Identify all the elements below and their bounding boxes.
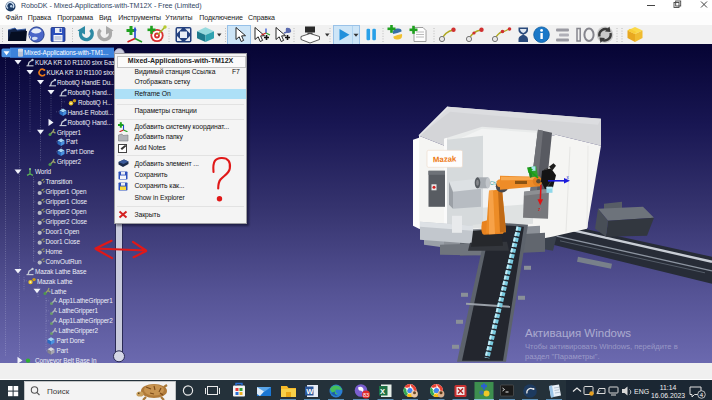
svg-text:W: W [306,386,314,395]
svg-text:ConvOutRun: ConvOutRun [46,258,82,265]
svg-text:RobotiQ Hand...: RobotiQ Hand... [68,89,113,97]
svg-text:Gripper2: Gripper2 [57,159,82,167]
svg-text:Mixed-Applications-with-TM1...: Mixed-Applications-with-TM1... [24,49,109,57]
svg-text:LatheGripper2: LatheGripper2 [59,327,99,335]
svg-text:11:14: 11:14 [660,383,677,390]
svg-text:Hand-E Roboti...: Hand-E Roboti... [68,109,114,116]
svg-text:RobotiQ HandE Du...: RobotiQ HandE Du... [57,79,115,87]
svg-text:Mazak Lathe Base: Mazak Lathe Base [35,268,87,275]
svg-text:Gripper1 Close: Gripper1 Close [46,198,88,206]
svg-text:KUKA KR 10 R1100 sixx: KUKA KR 10 R1100 sixx [47,69,115,76]
svg-text:RobotiQ Hand...: RobotiQ Hand... [68,119,113,127]
svg-text:Door1 Close: Door1 Close [46,238,81,245]
svg-text:RobotiQ H...: RobotiQ H... [78,99,112,107]
svg-text:83: 83 [363,391,369,397]
svg-text:Gripper1 Open: Gripper1 Open [46,188,88,196]
svg-text:KUKA KR 10 R1100 sixx База: KUKA KR 10 R1100 sixx База [35,59,118,66]
svg-text:Part Done: Part Done [66,149,94,156]
svg-text:Lathe: Lathe [51,288,67,295]
svg-text:World: World [35,168,52,175]
svg-text:Gripper2 Close: Gripper2 Close [46,218,88,226]
svg-text:App1LatheGripper2: App1LatheGripper2 [59,318,114,326]
svg-text:LatheGripper1: LatheGripper1 [59,308,99,316]
svg-text:App1LatheGripper1: App1LatheGripper1 [59,298,114,306]
svg-text:Transition: Transition [46,178,73,185]
svg-text:Part Done: Part Done [57,337,85,344]
svg-text:Gripper2 Open: Gripper2 Open [46,208,88,216]
svg-text:16.06.2023: 16.06.2023 [651,392,685,399]
svg-text:Поиск: Поиск [47,386,70,395]
svg-text:Home: Home [46,248,63,255]
svg-text:Gripper1: Gripper1 [57,129,82,137]
svg-text:Mazak Lathe: Mazak Lathe [37,278,73,285]
svg-text:Part: Part [66,139,78,146]
svg-text:ENG: ENG [634,387,649,394]
svg-text:Door1 Open: Door1 Open [46,228,80,236]
svg-text:Part: Part [57,347,69,354]
svg-text:X: X [380,386,385,395]
